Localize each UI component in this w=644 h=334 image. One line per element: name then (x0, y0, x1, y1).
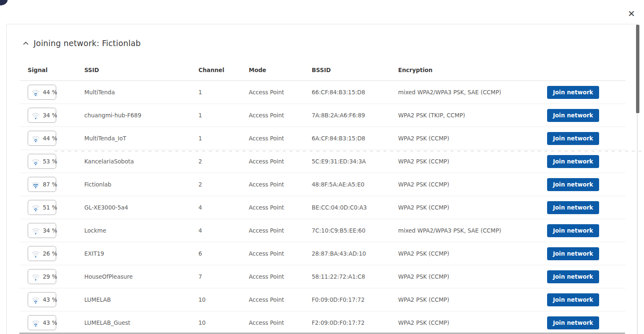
channel-cell: 1 (198, 135, 249, 142)
encryption-cell: WPA2 PSK (CCMP) (398, 273, 528, 280)
join-network-button[interactable]: Join network (547, 178, 599, 191)
action-cell: Join network (528, 316, 626, 329)
channel-cell: 1 (198, 89, 249, 96)
signal-cell: 44 % (20, 85, 84, 100)
table-row: 87 % Fictionlab 2 Access Point 48:8F:5A:… (20, 173, 626, 196)
table-header-row: SignalSSIDChannelModeBSSIDEncryption (20, 60, 626, 81)
drop-indicator-dashed-line (55, 151, 643, 151)
wifi-signal-icon (31, 319, 40, 327)
ssid-cell: HouseOfPleasure (84, 273, 198, 280)
encryption-cell: WPA2 PSK (CCMP) (398, 204, 528, 211)
channel-cell: 7 (198, 273, 249, 280)
encryption-cell: mixed WPA2/WPA3 PSK, SAE (CCMP) (398, 227, 528, 234)
signal-cell: 34 % (20, 223, 84, 238)
wifi-scan-table: SignalSSIDChannelModeBSSIDEncryption 44 … (20, 60, 626, 334)
wifi-signal-icon (31, 273, 40, 281)
ssid-cell: Lockme (84, 227, 198, 234)
join-network-button[interactable]: Join network (547, 155, 599, 168)
ssid-cell: KancelariaSobota (84, 158, 198, 165)
signal-badge: 44 % (28, 85, 56, 100)
wifi-signal-icon (31, 204, 40, 212)
table-row: 44 % MultiTenda 1 Access Point 66:CF:84:… (20, 81, 626, 104)
table-row: 29 % HouseOfPleasure 7 Access Point 58:1… (20, 265, 626, 288)
join-network-button[interactable]: Join network (547, 247, 599, 260)
dialog-title-row: Joining network: Fictionlab (23, 37, 637, 49)
ssid-cell: chuangmi-hub-F689 (84, 112, 198, 119)
action-cell: Join network (528, 178, 626, 191)
table-bottom-border (19, 333, 625, 334)
encryption-cell: WPA2 PSK (TKIP, CCMP) (398, 112, 528, 119)
action-cell: Join network (528, 270, 626, 283)
wifi-signal-icon (31, 296, 40, 304)
bssid-cell: 28:87:BA:43:AD:10 (312, 250, 398, 257)
signal-badge: 29 % (28, 269, 56, 284)
scrollbar-thumb[interactable] (636, 25, 639, 113)
signal-cell: 26 % (20, 246, 84, 261)
signal-percent: 29 % (43, 273, 57, 280)
signal-badge: 34 % (28, 108, 56, 123)
ssid-cell: MultiTenda_IoT (84, 135, 198, 142)
channel-cell: 10 (198, 296, 249, 303)
signal-percent: 53 % (43, 158, 57, 165)
signal-percent: 51 % (43, 204, 57, 211)
join-network-button[interactable]: Join network (547, 201, 599, 214)
encryption-cell: WPA2 PSK (CCMP) (398, 135, 528, 142)
column-header: Encryption (398, 67, 528, 73)
column-header: Mode (249, 67, 312, 73)
join-network-button[interactable]: Join network (547, 86, 599, 99)
channel-cell: 6 (198, 250, 249, 257)
join-network-button[interactable]: Join network (547, 224, 599, 237)
signal-cell: 51 % (20, 200, 84, 215)
join-network-button[interactable]: Join network (547, 316, 599, 329)
action-cell: Join network (528, 86, 626, 99)
encryption-cell: WPA2 PSK (CCMP) (398, 250, 528, 257)
signal-badge: 53 % (28, 154, 56, 169)
action-cell: Join network (528, 293, 626, 306)
bssid-cell: 5C:E9:31:ED:34:3A (312, 158, 398, 165)
wifi-signal-icon (31, 89, 40, 97)
bssid-cell: 66:CF:84:B3:15:D8 (312, 89, 398, 96)
header-brand-corner (0, 0, 8, 5)
action-cell: Join network (528, 224, 626, 237)
table-row: 43 % LUMELAB 10 Access Point F0:09:0D:F0… (20, 288, 626, 311)
signal-percent: 87 % (43, 181, 57, 188)
signal-badge: 43 % (28, 315, 56, 330)
channel-cell: 10 (198, 319, 249, 326)
bssid-cell: 7A:8B:2A:A6:F6:89 (312, 112, 398, 119)
join-network-button[interactable]: Join network (547, 132, 599, 145)
bssid-cell: F0:09:0D:F0:17:72 (312, 296, 398, 303)
mode-cell: Access Point (249, 135, 312, 142)
signal-percent: 34 % (43, 112, 57, 119)
wifi-signal-icon (31, 250, 40, 258)
join-network-button[interactable]: Join network (547, 109, 599, 122)
channel-cell: 2 (198, 181, 249, 188)
bssid-cell: 6A:CF:84:B3:15:D8 (312, 135, 398, 142)
signal-cell: 43 % (20, 292, 84, 307)
collapse-chevron-icon[interactable] (23, 41, 29, 46)
ssid-cell: MultiTenda (84, 89, 198, 96)
bssid-cell: F2:09:0D:F0:17:72 (312, 319, 398, 326)
signal-cell: 53 % (20, 154, 84, 169)
signal-cell: 43 % (20, 315, 84, 330)
close-icon[interactable]: ✕ (625, 8, 638, 20)
action-cell: Join network (528, 201, 626, 214)
wifi-signal-icon (31, 112, 40, 120)
encryption-cell: mixed WPA2/WPA3 PSK, SAE (CCMP) (398, 89, 528, 96)
channel-cell: 4 (198, 204, 249, 211)
join-network-button[interactable]: Join network (547, 270, 599, 283)
channel-cell: 1 (198, 112, 249, 119)
column-header: BSSID (312, 67, 398, 73)
signal-cell: 87 % (20, 177, 84, 192)
mode-cell: Access Point (249, 319, 312, 326)
mode-cell: Access Point (249, 112, 312, 119)
ssid-cell: LUMELAB (84, 296, 198, 303)
wifi-signal-icon (31, 135, 40, 143)
mode-cell: Access Point (249, 296, 312, 303)
signal-badge: 87 % (28, 177, 56, 192)
mode-cell: Access Point (249, 158, 312, 165)
channel-cell: 4 (198, 227, 249, 234)
join-network-button[interactable]: Join network (547, 293, 599, 306)
signal-badge: 44 % (28, 131, 56, 146)
action-cell: Join network (528, 132, 626, 145)
ssid-cell: Fictionlab (84, 181, 198, 188)
